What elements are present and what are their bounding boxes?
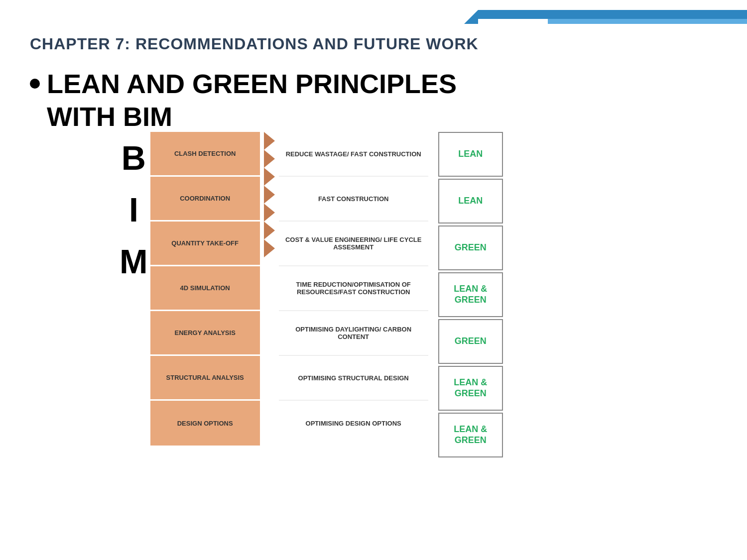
- header-teal-bar: [548, 19, 747, 24]
- label-cell-3: LEAN &GREEN: [438, 272, 503, 317]
- description-cell-6: OPTIMISING DESIGN OPTIONS: [279, 401, 428, 446]
- header-blue-bar: [478, 10, 747, 19]
- label-line1-3: LEAN &: [454, 284, 487, 295]
- description-cell-2: COST & VALUE ENGINEERING/ LIFE CYCLE ASS…: [279, 222, 428, 266]
- section-line2: WITH BIM: [47, 101, 717, 132]
- feature-cell-4: ENERGY ANALYSIS: [150, 311, 260, 356]
- bim-letter-i: I: [129, 184, 138, 235]
- arrow-shape-3: [264, 186, 275, 204]
- arrow-shape-4: [264, 204, 275, 222]
- feature-cell-1: COORDINATION: [150, 177, 260, 222]
- section-line1: LEAN AND GREEN PRINCIPLES: [47, 68, 457, 99]
- description-cell-3: TIME REDUCTION/OPTIMISATION OF RESOURCES…: [279, 266, 428, 311]
- label-line2-5: GREEN: [455, 388, 487, 399]
- arrow-3: [264, 186, 275, 204]
- bim-table: B I M CLASH DETECTIONCOORDINATIONQUANTIT…: [120, 132, 717, 457]
- bim-letter-m: M: [120, 235, 148, 287]
- titles-area: LEAN AND GREEN PRINCIPLES WITH BIM: [30, 68, 717, 132]
- arrow-shape-5: [264, 222, 275, 239]
- orange-column: CLASH DETECTIONCOORDINATIONQUANTITY TAKE…: [150, 132, 260, 446]
- arrow-4: [264, 204, 275, 222]
- arrow-0: [264, 132, 275, 150]
- label-line1-6: LEAN &: [454, 424, 487, 435]
- arrow-6: [264, 239, 275, 257]
- feature-cell-6: DESIGN OPTIONS: [150, 401, 260, 446]
- bim-letter-b: B: [122, 132, 146, 184]
- description-column: REDUCE WASTAGE/ FAST CONSTRUCTIONFAST CO…: [279, 132, 428, 446]
- label-cell-1: LEAN: [438, 179, 503, 224]
- main-content: CHAPTER 7: RECOMMENDATIONS AND FUTURE WO…: [30, 35, 717, 457]
- description-cell-1: FAST CONSTRUCTION: [279, 177, 428, 222]
- arrow-shape-0: [264, 132, 275, 150]
- label-cell-0: LEAN: [438, 132, 503, 177]
- label-line1-5: LEAN &: [454, 377, 487, 388]
- arrow-5: [264, 222, 275, 239]
- arrow-shape-2: [264, 168, 275, 186]
- arrow-2: [264, 168, 275, 186]
- label-cell-2: GREEN: [438, 225, 503, 270]
- arrow-column: [264, 132, 275, 257]
- feature-cell-3: 4D SIMULATION: [150, 266, 260, 311]
- description-cell-5: OPTIMISING STRUCTURAL DESIGN: [279, 356, 428, 401]
- label-line2-6: GREEN: [455, 435, 487, 446]
- description-cell-4: OPTIMISING DAYLIGHTING/ CARBON CONTENT: [279, 311, 428, 356]
- label-cell-5: LEAN &GREEN: [438, 366, 503, 411]
- label-cell-6: LEAN &GREEN: [438, 413, 503, 457]
- label-line2-3: GREEN: [455, 295, 487, 306]
- feature-cell-5: STRUCTURAL ANALYSIS: [150, 356, 260, 401]
- arrow-1: [264, 150, 275, 168]
- feature-cell-2: QUANTITY TAKE-OFF: [150, 222, 260, 266]
- bim-letters: B I M: [120, 132, 148, 287]
- feature-cell-0: CLASH DETECTION: [150, 132, 260, 177]
- header-accent: [464, 10, 478, 24]
- description-cell-0: REDUCE WASTAGE/ FAST CONSTRUCTION: [279, 132, 428, 177]
- label-cell-4: GREEN: [438, 319, 503, 364]
- chapter-title: CHAPTER 7: RECOMMENDATIONS AND FUTURE WO…: [30, 35, 717, 53]
- header-bar: [0, 0, 747, 26]
- arrow-shape-1: [264, 150, 275, 168]
- label-column: LEANLEANGREENLEAN &GREENGREENLEAN &GREEN…: [438, 132, 503, 457]
- bullet-dot: [30, 79, 40, 89]
- arrow-shape-6: [264, 239, 275, 257]
